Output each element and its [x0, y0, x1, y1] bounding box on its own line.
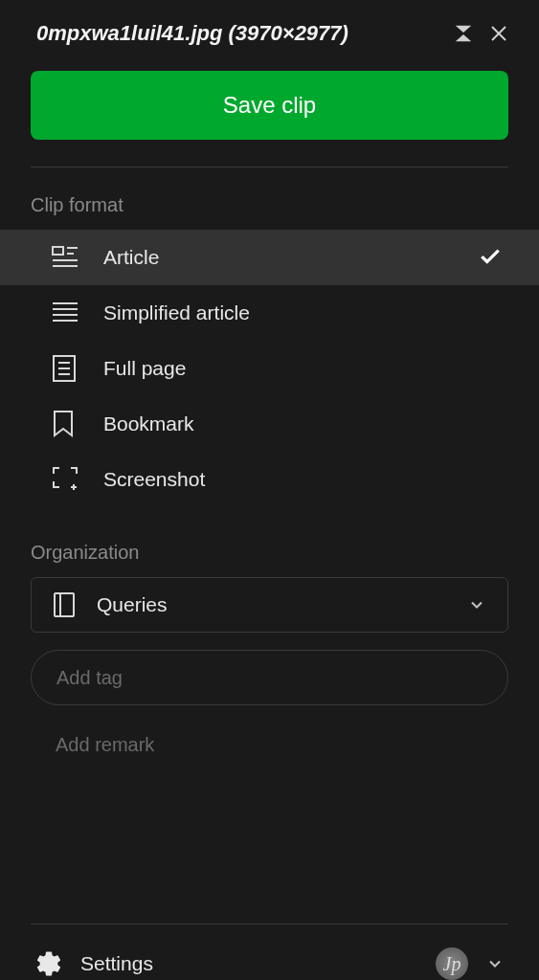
hourglass-icon[interactable]: [453, 23, 474, 44]
format-option-simplified[interactable]: Simplified article: [0, 285, 539, 341]
notebook-name: Queries: [97, 593, 467, 616]
settings-button[interactable]: Settings: [80, 952, 418, 975]
format-option-label: Simplified article: [103, 301, 503, 324]
simplified-article-icon: [52, 301, 82, 325]
format-option-bookmark[interactable]: Bookmark: [0, 396, 539, 452]
format-option-fullpage[interactable]: Full page: [0, 341, 539, 396]
article-icon: [52, 245, 82, 270]
panel-header: 0mpxwa1luil41.jpg (3970×2977): [0, 0, 539, 63]
clip-format-list: Article Simplified article: [0, 230, 539, 507]
bookmark-icon: [52, 410, 82, 438]
close-icon[interactable]: [487, 22, 510, 45]
format-option-screenshot[interactable]: Screenshot: [0, 452, 539, 507]
chevron-down-icon[interactable]: [485, 954, 505, 973]
format-option-label: Screenshot: [103, 468, 503, 491]
add-remark-button[interactable]: Add remark: [31, 734, 508, 756]
gear-icon[interactable]: [34, 949, 63, 978]
full-page-icon: [52, 354, 82, 383]
avatar[interactable]: Jp: [436, 947, 468, 980]
tag-input[interactable]: [56, 667, 483, 689]
chevron-down-icon: [467, 595, 486, 614]
clip-panel: 0mpxwa1luil41.jpg (3970×2977) Save clip …: [0, 0, 539, 980]
notebook-icon: [53, 591, 76, 618]
tag-input-wrapper[interactable]: [31, 650, 508, 705]
format-option-label: Full page: [103, 357, 503, 380]
format-option-article[interactable]: Article: [0, 230, 539, 285]
svg-rect-2: [53, 247, 63, 255]
format-option-label: Bookmark: [103, 412, 503, 435]
notebook-select[interactable]: Queries: [31, 577, 508, 633]
panel-footer: Settings Jp: [31, 924, 508, 980]
check-icon: [478, 243, 503, 272]
clip-format-label: Clip format: [31, 194, 508, 216]
save-clip-button[interactable]: Save clip: [31, 71, 508, 140]
clip-format-section: Clip format Article: [0, 167, 539, 517]
svg-rect-17: [55, 593, 74, 616]
organization-section: Organization Queries Add remark: [0, 517, 539, 796]
organization-label: Organization: [31, 542, 508, 564]
screenshot-icon: [52, 466, 82, 493]
page-title: 0mpxwa1luil41.jpg (3970×2977): [36, 21, 439, 46]
format-option-label: Article: [103, 246, 478, 269]
